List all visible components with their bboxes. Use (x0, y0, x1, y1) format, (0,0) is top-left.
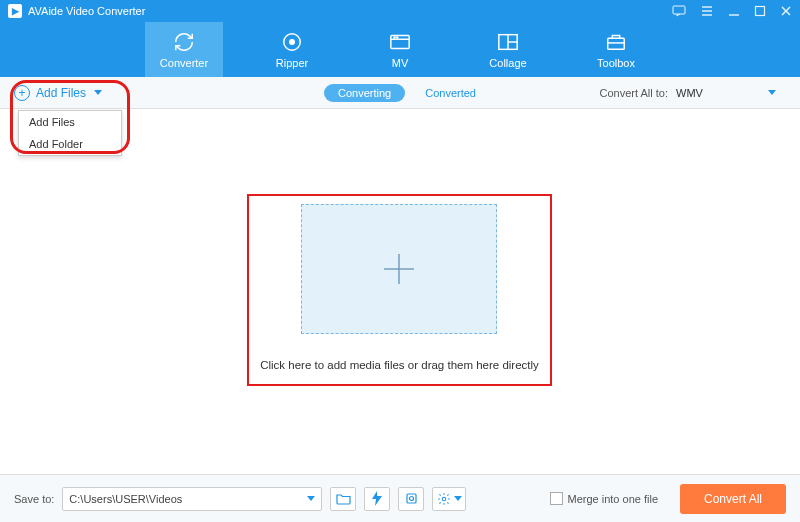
convert-all-to: Convert All to: WMV (600, 83, 786, 103)
chevron-down-icon (307, 496, 315, 501)
svg-rect-17 (608, 38, 625, 49)
main-area: Click here to add media files or drag th… (0, 110, 800, 474)
dropzone[interactable] (301, 204, 497, 334)
feedback-icon[interactable] (672, 5, 686, 17)
collage-icon (497, 31, 519, 53)
chevron-down-icon (768, 90, 776, 95)
add-files-dropdown: Add Files Add Folder (18, 110, 122, 156)
footer-bar: Save to: C:\Users\USER\Videos Merge into… (0, 474, 800, 522)
tab-ripper[interactable]: Ripper (253, 22, 331, 77)
ripper-icon (281, 31, 303, 53)
tab-mv[interactable]: MV (361, 22, 439, 77)
tab-converting[interactable]: Converting (324, 84, 405, 102)
add-files-button[interactable]: + Add Files (14, 85, 102, 101)
save-to-label: Save to: (14, 493, 54, 505)
svg-point-13 (397, 36, 398, 37)
window-controls (672, 5, 792, 17)
toolbox-icon (605, 31, 627, 53)
gpu-button[interactable] (398, 487, 424, 511)
svg-marker-21 (372, 491, 382, 506)
output-format-select[interactable]: WMV (676, 83, 786, 103)
main-tabs: Converter Ripper MV Collage Toolbox (0, 22, 800, 77)
svg-rect-5 (756, 7, 765, 16)
tab-toolbox[interactable]: Toolbox (577, 22, 655, 77)
menu-icon[interactable] (700, 5, 714, 17)
svg-rect-0 (673, 6, 685, 14)
minimize-icon[interactable] (728, 5, 740, 17)
title-bar: ▶ AVAide Video Converter (0, 0, 800, 22)
merge-checkbox[interactable] (550, 492, 563, 505)
svg-point-24 (442, 497, 446, 501)
save-path-input[interactable]: C:\Users\USER\Videos (62, 487, 322, 511)
svg-point-12 (394, 36, 395, 37)
convert-all-button[interactable]: Convert All (680, 484, 786, 514)
conversion-status-tabs: Converting Converted (324, 84, 476, 102)
tab-collage[interactable]: Collage (469, 22, 547, 77)
mv-icon (389, 31, 411, 53)
settings-button[interactable] (432, 487, 466, 511)
maximize-icon[interactable] (754, 5, 766, 17)
chevron-down-icon (94, 90, 102, 95)
svg-rect-22 (407, 494, 416, 503)
converter-icon (173, 31, 195, 53)
plus-icon (378, 248, 420, 290)
svg-point-23 (409, 497, 413, 501)
flash-button[interactable] (364, 487, 390, 511)
dropdown-add-folder[interactable]: Add Folder (19, 133, 121, 155)
sub-toolbar: + Add Files Converting Converted Convert… (0, 77, 800, 109)
tab-converted[interactable]: Converted (425, 87, 476, 99)
plus-circle-icon: + (14, 85, 30, 101)
browse-folder-button[interactable] (330, 487, 356, 511)
merge-checkbox-group: Merge into one file (550, 492, 659, 505)
close-icon[interactable] (780, 5, 792, 17)
chevron-down-icon (454, 496, 462, 501)
app-logo-icon: ▶ (8, 4, 22, 18)
dropdown-add-files[interactable]: Add Files (19, 111, 121, 133)
dropzone-hint: Click here to add media files or drag th… (247, 359, 552, 371)
app-title: AVAide Video Converter (28, 5, 145, 17)
tab-converter[interactable]: Converter (145, 22, 223, 77)
svg-point-9 (290, 39, 295, 44)
